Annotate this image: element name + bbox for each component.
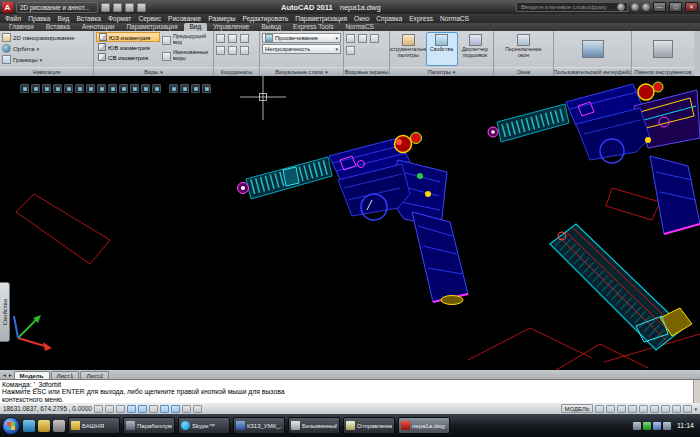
ucs-origin-icon[interactable] bbox=[240, 34, 249, 43]
quick-view-drawings-icon[interactable] bbox=[606, 405, 615, 413]
canvas-tool-icon[interactable] bbox=[75, 84, 84, 93]
switch-windows-button[interactable]: Переключение окон bbox=[501, 32, 547, 66]
ducs-toggle[interactable] bbox=[160, 405, 169, 413]
show-motion-icon[interactable] bbox=[650, 405, 659, 413]
canvas-tool-icon[interactable] bbox=[97, 84, 106, 93]
panel-title-navigate[interactable]: Навигация bbox=[0, 67, 93, 76]
annotation-scale-icon[interactable] bbox=[661, 405, 670, 413]
qnew-icon[interactable] bbox=[101, 3, 110, 12]
grid-toggle[interactable] bbox=[105, 405, 114, 413]
properties-palette-tab[interactable]: Свойства bbox=[0, 282, 10, 342]
search-icon[interactable] bbox=[617, 3, 625, 11]
taskbar-button[interactable]: БАШНЯ bbox=[68, 417, 120, 434]
tab-manage[interactable]: Управление bbox=[207, 23, 255, 31]
canvas-tool-icon[interactable] bbox=[141, 84, 150, 93]
canvas-tool-icon[interactable] bbox=[53, 84, 62, 93]
menu-tools[interactable]: Сервис bbox=[138, 15, 161, 22]
orbit-button[interactable]: Орбита ▾ bbox=[2, 43, 91, 54]
communication-center-icon[interactable] bbox=[631, 3, 639, 11]
canvas-tool-icon[interactable] bbox=[169, 84, 178, 93]
tool-palettes-button[interactable]: Инструментальные палитры bbox=[392, 32, 424, 66]
tab-annotate[interactable]: Аннотации bbox=[76, 23, 121, 31]
menu-view[interactable]: Вид bbox=[58, 15, 70, 22]
tab-home[interactable]: Главная bbox=[3, 23, 40, 31]
view-ne-isometric[interactable]: СВ изометрия bbox=[96, 52, 160, 62]
panel-title-toolbars[interactable]: Панели инструментов bbox=[632, 67, 694, 76]
save-icon[interactable] bbox=[125, 3, 134, 12]
favorites-icon[interactable] bbox=[642, 3, 650, 11]
menu-express[interactable]: Express bbox=[409, 15, 433, 22]
named-views-button[interactable]: Именованные виды bbox=[162, 48, 211, 64]
ucs-z-axis-icon[interactable] bbox=[216, 46, 225, 55]
quick-launch-explorer-icon[interactable] bbox=[38, 420, 50, 432]
status-menu-caret-icon[interactable]: ▾ bbox=[694, 406, 697, 412]
menu-dimension[interactable]: Размеры bbox=[208, 15, 235, 22]
tab-express-tools[interactable]: Express Tools bbox=[287, 23, 339, 31]
menu-modify[interactable]: Редактировать bbox=[243, 15, 289, 22]
tab-parametric[interactable]: Параметризация bbox=[120, 23, 183, 31]
user-interface-icon[interactable] bbox=[582, 40, 604, 58]
viewport-join-icon[interactable] bbox=[358, 34, 367, 43]
model-canvas[interactable] bbox=[0, 76, 700, 370]
tab-insert[interactable]: Вставка bbox=[40, 23, 76, 31]
menu-help[interactable]: Справка bbox=[376, 15, 402, 22]
canvas-tool-icon[interactable] bbox=[130, 84, 139, 93]
taskbar-clock[interactable]: 11:14 bbox=[673, 422, 698, 429]
canvas-tool-icon[interactable] bbox=[31, 84, 40, 93]
lwt-toggle[interactable] bbox=[182, 405, 191, 413]
command-line-window[interactable]: Команда: '_3dforbit Нажмите ESC или ENTE… bbox=[0, 379, 700, 403]
menu-edit[interactable]: Правка bbox=[28, 15, 50, 22]
workspace-switcher[interactable]: 2D рисование и аннот... ▾ bbox=[16, 2, 98, 13]
ortho-toggle[interactable] bbox=[116, 405, 125, 413]
taskbar-button[interactable]: Skype™ bbox=[178, 417, 230, 434]
zoom-tool-icon[interactable] bbox=[628, 405, 637, 413]
command-scrollbar[interactable] bbox=[693, 380, 700, 404]
otrack-toggle[interactable] bbox=[149, 405, 158, 413]
menu-window[interactable]: Окно bbox=[354, 15, 369, 22]
quick-properties-toggle[interactable] bbox=[193, 405, 202, 413]
previous-view-button[interactable]: Предыдущий вид bbox=[162, 32, 211, 48]
panel-title-viewports[interactable]: Видовые экраны bbox=[344, 67, 389, 76]
viewport-named-icon[interactable] bbox=[346, 34, 355, 43]
model-space-button[interactable]: МОДЕЛЬ bbox=[561, 404, 594, 413]
toolbars-icon[interactable] bbox=[653, 40, 673, 58]
ucs-icon[interactable] bbox=[228, 34, 237, 43]
view-se-isometric[interactable]: ЮВ изометрия bbox=[96, 42, 160, 52]
close-button[interactable]: ✕ bbox=[685, 2, 698, 12]
menu-insert[interactable]: Вставка bbox=[76, 15, 101, 22]
menu-format[interactable]: Формат bbox=[108, 15, 131, 22]
taskbar-button[interactable]: Парабеллум bbox=[123, 417, 175, 434]
panel-title-user-interface[interactable]: Пользовательский интерфейс bbox=[554, 67, 631, 76]
canvas-tool-icon[interactable] bbox=[152, 84, 161, 93]
open-icon[interactable] bbox=[113, 3, 122, 12]
menu-parametric[interactable]: Параметризация bbox=[295, 15, 347, 22]
properties-palette-button[interactable]: Свойства bbox=[426, 32, 458, 66]
layout-nav-right-icon[interactable]: ▸ bbox=[8, 372, 13, 378]
osnap-toggle[interactable] bbox=[138, 405, 147, 413]
layout-nav-left-icon[interactable]: ◂ bbox=[2, 372, 7, 378]
canvas-tool-icon[interactable] bbox=[119, 84, 128, 93]
plot-icon[interactable] bbox=[137, 3, 146, 12]
menu-draw[interactable]: Рисование bbox=[168, 15, 201, 22]
workspace-switch-icon[interactable] bbox=[672, 405, 681, 413]
taskbar-button[interactable]: Отправленные bbox=[343, 417, 395, 434]
coordinate-readout[interactable]: 18631.0837, 674.2795 , 0.0000 bbox=[3, 405, 92, 412]
panel-title-visual-styles[interactable]: Визуальные стили ▾ bbox=[260, 67, 343, 76]
sheet-set-manager-button[interactable]: Диспетчер подшивок bbox=[459, 32, 491, 66]
quick-launch-desktop-icon[interactable] bbox=[53, 420, 65, 432]
minimize-button[interactable]: — bbox=[653, 2, 666, 12]
panel-title-coordinates[interactable]: Координаты bbox=[214, 67, 259, 76]
ucs-world-icon[interactable] bbox=[216, 34, 225, 43]
quick-view-layouts-icon[interactable] bbox=[595, 405, 604, 413]
tab-model[interactable]: Модель bbox=[14, 371, 50, 379]
taskbar-button-active[interactable]: nepa1a.dwg - AutoCAD 2011 bbox=[398, 417, 450, 434]
canvas-tool-icon[interactable] bbox=[202, 84, 211, 93]
menu-normacs[interactable]: NormaCS bbox=[440, 15, 469, 22]
visual-style-dropdown[interactable]: Просвечивание ▾ bbox=[262, 33, 341, 43]
viewport-restore-icon[interactable] bbox=[370, 34, 379, 43]
canvas-tool-icon[interactable] bbox=[180, 84, 189, 93]
tray-volume-icon[interactable] bbox=[663, 422, 671, 430]
canvas-tool-icon[interactable] bbox=[20, 84, 29, 93]
canvas-tool-icon[interactable] bbox=[108, 84, 117, 93]
menu-file[interactable]: Файл bbox=[5, 15, 21, 22]
